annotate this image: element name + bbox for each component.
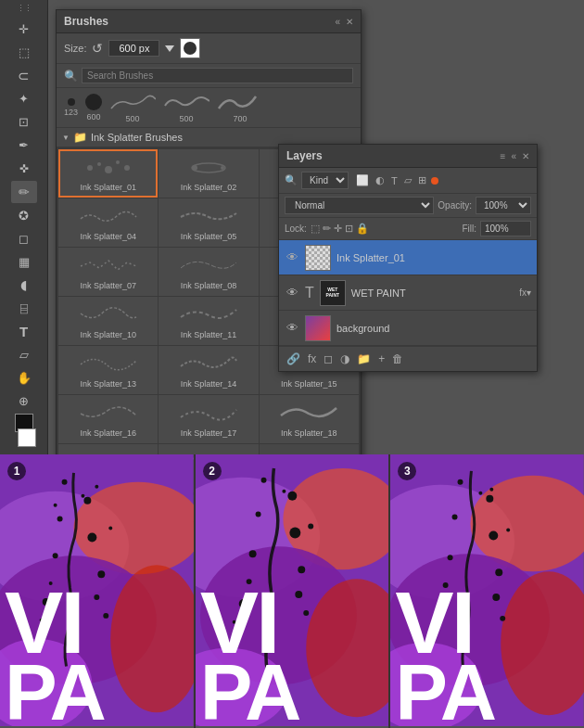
- select-rect-tool[interactable]: ⬚: [11, 42, 37, 63]
- lasso-tool[interactable]: ⊂: [11, 65, 37, 86]
- layers-close-button[interactable]: ✕: [522, 151, 529, 161]
- brush-preset-1-label: 123: [64, 108, 78, 117]
- filter-adjustment-icon[interactable]: ◐: [374, 173, 387, 187]
- zoom-tool[interactable]: ⊕: [11, 390, 37, 412]
- new-layer-button[interactable]: +: [376, 351, 387, 367]
- filter-shape-icon[interactable]: ▱: [402, 173, 413, 187]
- brushes-panel-controls: « ✕: [335, 17, 353, 27]
- brush-cell-16[interactable]: Ink Splatter_16: [58, 395, 158, 443]
- filter-text-icon[interactable]: T: [389, 174, 400, 187]
- layer-thumb-03: [305, 315, 331, 341]
- svg-point-2: [105, 166, 112, 173]
- svg-point-3: [116, 160, 120, 164]
- size-reset-button[interactable]: ↺: [92, 41, 103, 56]
- brush-cell-14[interactable]: Ink Splatter_14: [159, 346, 258, 394]
- svg-point-6: [192, 165, 197, 171]
- brush-cell-01[interactable]: Ink Splatter_01: [58, 149, 158, 198]
- filter-kind-select[interactable]: Kind: [301, 172, 349, 189]
- move-tool[interactable]: ✛: [11, 19, 37, 40]
- brush-name-10: Ink Splatter_10: [80, 330, 136, 339]
- brush-tool[interactable]: ✏: [11, 181, 37, 202]
- brush-cell-13[interactable]: Ink Splatter_13: [58, 346, 158, 394]
- new-group-layer-button[interactable]: 📁: [355, 351, 373, 367]
- spot-heal-tool[interactable]: ✜: [11, 158, 37, 179]
- brush-preset-4[interactable]: 500: [163, 92, 209, 123]
- brushes-collapse-button[interactable]: «: [335, 17, 340, 27]
- svg-point-15: [57, 517, 63, 522]
- brush-cell-05[interactable]: Ink Splatter_05: [159, 198, 258, 247]
- svg-point-16: [87, 532, 96, 542]
- opacity-select[interactable]: 100%: [476, 197, 531, 214]
- pen-tool[interactable]: ⌸: [11, 298, 37, 319]
- lock-pixels-icon[interactable]: ✏: [323, 223, 331, 235]
- lock-all-icon[interactable]: 🔒: [356, 223, 369, 235]
- toolbar-grip: ⋮⋮: [17, 4, 32, 13]
- delete-layer-button[interactable]: 🗑: [390, 351, 405, 367]
- layers-collapse-button[interactable]: «: [511, 151, 516, 161]
- shape-tool[interactable]: ▱: [11, 344, 37, 365]
- blur-tool[interactable]: ◖: [11, 275, 37, 296]
- brush-preset-5[interactable]: 700: [217, 92, 263, 123]
- layers-footer: 🔗 fx ◻ ◑ 📁 + 🗑: [279, 346, 537, 371]
- magic-wand-tool[interactable]: ✦: [11, 88, 37, 109]
- brush-preview-01: [70, 155, 146, 181]
- layer-item-wet-paint[interactable]: 👁 T WETPAINT WET PAINT fx▾: [279, 275, 537, 311]
- layer-item-background[interactable]: 👁 background: [279, 311, 537, 346]
- new-fill-button[interactable]: ◑: [338, 351, 351, 367]
- layer-visibility-01[interactable]: 👁: [285, 250, 299, 264]
- clone-stamp-tool[interactable]: ✪: [11, 205, 37, 226]
- size-input[interactable]: [108, 40, 159, 57]
- eraser-tool[interactable]: ◻: [11, 228, 37, 249]
- lock-position-icon[interactable]: ✛: [334, 223, 342, 235]
- brush-name-15: Ink Splatter_15: [281, 379, 337, 389]
- svg-point-54: [487, 495, 494, 503]
- svg-point-35: [287, 492, 297, 501]
- brush-cell-17[interactable]: Ink Splatter_17: [159, 395, 258, 443]
- lock-artboard-icon[interactable]: ⊡: [345, 223, 353, 235]
- fill-input[interactable]: [480, 221, 531, 236]
- layer-lock-row: Lock: ⬚ ✏ ✛ ⊡ 🔒 Fill:: [279, 218, 537, 240]
- eyedropper-tool[interactable]: ✒: [11, 134, 37, 156]
- layer-visibility-03[interactable]: 👁: [285, 321, 299, 335]
- blend-mode-select[interactable]: Normal: [285, 197, 434, 214]
- size-triangle-button[interactable]: [165, 45, 174, 52]
- svg-point-21: [108, 527, 112, 530]
- brush-preset-1[interactable]: 123: [64, 98, 78, 117]
- bottom-images: 1 VI PA: [0, 454, 584, 728]
- crop-tool[interactable]: ⊡: [11, 111, 37, 133]
- brush-cell-07[interactable]: Ink Splatter_07: [58, 248, 158, 296]
- svg-point-46: [282, 490, 286, 493]
- lock-icons: ⬚ ✏ ✛ ⊡ 🔒: [311, 223, 369, 235]
- brush-cell-02[interactable]: Ink Splatter_02: [159, 149, 258, 198]
- svg-point-39: [298, 566, 305, 573]
- brush-preset-1-circle: [68, 98, 75, 106]
- svg-point-58: [496, 568, 503, 576]
- layer-item-ink-splatter[interactable]: 👁 Ink Splatter_01: [279, 240, 537, 275]
- filter-active-indicator[interactable]: [431, 177, 438, 185]
- brush-cell-18[interactable]: Ink Splatter_18: [260, 395, 359, 443]
- brush-cell-04[interactable]: Ink Splatter_04: [58, 198, 158, 247]
- brush-preset-3[interactable]: 500: [109, 92, 156, 123]
- type-tool[interactable]: T: [11, 321, 37, 342]
- brush-search-input[interactable]: [82, 68, 353, 83]
- brush-cell-08[interactable]: Ink Splatter_08: [159, 248, 258, 296]
- layers-menu-button[interactable]: ≡: [501, 151, 506, 161]
- brush-preset-4-label: 500: [180, 114, 194, 123]
- layer-fx-02[interactable]: fx▾: [519, 287, 531, 298]
- filter-pixel-icon[interactable]: ⬜: [354, 173, 371, 187]
- link-layers-button[interactable]: 🔗: [285, 351, 302, 367]
- add-mask-button[interactable]: ◻: [322, 351, 335, 367]
- lock-transparent-icon[interactable]: ⬚: [311, 223, 320, 235]
- svg-point-65: [479, 492, 483, 495]
- brush-cell-11[interactable]: Ink Splatter_11: [159, 297, 258, 345]
- brush-name-05: Ink Splatter_05: [181, 232, 237, 241]
- hand-tool[interactable]: ✋: [11, 367, 37, 389]
- layer-visibility-02[interactable]: 👁: [285, 286, 299, 300]
- gradient-tool[interactable]: ▦: [11, 251, 37, 273]
- brush-preset-2[interactable]: 600: [85, 94, 102, 121]
- brush-preset-4-svg: [163, 92, 209, 112]
- filter-smart-icon[interactable]: ⊞: [416, 173, 428, 187]
- brush-cell-10[interactable]: Ink Splatter_10: [58, 297, 158, 345]
- add-style-button[interactable]: fx: [306, 351, 318, 367]
- brushes-close-button[interactable]: ✕: [346, 17, 353, 27]
